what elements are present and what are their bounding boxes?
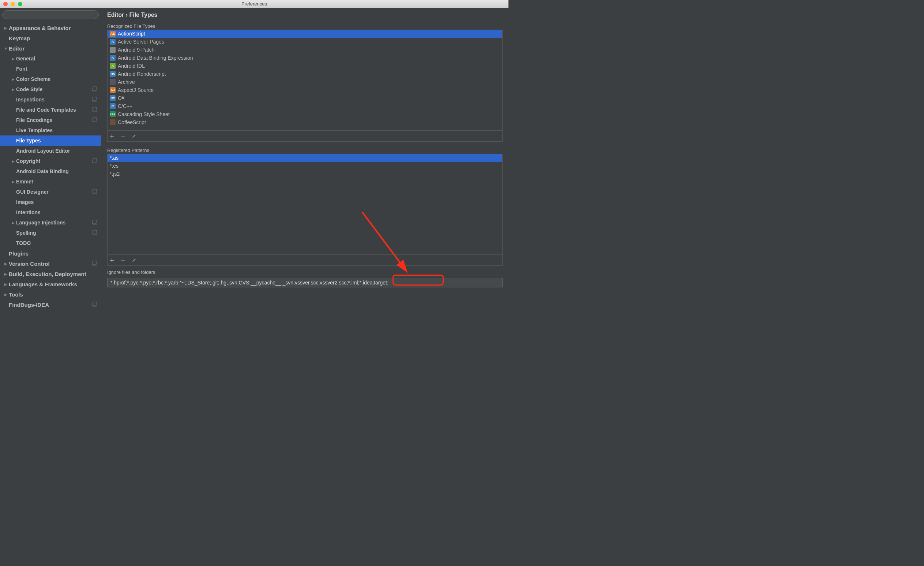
- edit-file-type-button[interactable]: [131, 133, 137, 139]
- project-scope-icon: [92, 86, 97, 93]
- sidebar-item-inspections[interactable]: ▶Inspections: [0, 95, 101, 105]
- file-type-row[interactable]: CoffeeScript: [108, 118, 502, 126]
- file-type-row[interactable]: CC/C++: [108, 102, 502, 110]
- tree-arrow-icon: ▼: [3, 47, 9, 51]
- sidebar-item-label: Tools: [9, 291, 97, 298]
- file-type-icon: [110, 119, 116, 125]
- search-input[interactable]: [2, 10, 99, 19]
- tree-arrow-icon: ▶: [10, 77, 16, 81]
- sidebar-item-copyright[interactable]: ▶Copyright: [0, 156, 101, 166]
- sidebar-item-images[interactable]: ▶Images: [0, 197, 101, 207]
- sidebar-item-label: File Types: [16, 138, 97, 143]
- sidebar-item-tools[interactable]: ▶Tools: [0, 289, 101, 300]
- file-type-label: C#: [118, 95, 124, 101]
- sidebar-item-plugins[interactable]: ▶Plugins: [0, 248, 101, 259]
- pattern-row[interactable]: *.js2: [108, 170, 502, 178]
- add-file-type-button[interactable]: [109, 133, 115, 139]
- tree-arrow-icon: ▶: [10, 221, 16, 225]
- sidebar-item-label: Emmet: [16, 179, 97, 185]
- sidebar-item-label: Android Layout Editor: [16, 148, 97, 154]
- file-type-row[interactable]: C#C#: [108, 94, 502, 102]
- file-type-label: ActionScript: [118, 31, 145, 37]
- file-type-row[interactable]: RsAndroid Renderscript: [108, 70, 502, 78]
- sidebar-item-label: Inspections: [16, 97, 92, 102]
- sidebar-item-label: Android Data Binding: [16, 169, 97, 174]
- sidebar-item-language-injections[interactable]: ▶Language Injections: [0, 217, 101, 228]
- tree-arrow-icon: ▶: [10, 57, 16, 61]
- pattern-label: *.js2: [110, 171, 120, 177]
- sidebar-item-label: Version Control: [9, 260, 92, 267]
- close-window-icon[interactable]: [3, 2, 8, 6]
- sidebar-item-android-layout-editor[interactable]: ▶Android Layout Editor: [0, 146, 101, 156]
- sidebar-item-label: GUI Designer: [16, 189, 92, 195]
- sidebar-item-label: Plugins: [9, 250, 97, 257]
- sidebar-item-file-types[interactable]: ▶File Types: [0, 135, 101, 146]
- project-scope-icon: [92, 97, 97, 103]
- zoom-window-icon[interactable]: [18, 2, 22, 6]
- sidebar-item-font[interactable]: ▶Font: [0, 64, 101, 74]
- ignore-files-input[interactable]: [107, 278, 502, 288]
- project-scope-icon: [92, 220, 97, 226]
- file-type-icon: [110, 47, 116, 53]
- pattern-row[interactable]: *.as: [108, 154, 502, 162]
- file-type-label: Android Data Binding Expression: [118, 55, 193, 61]
- file-type-icon: C: [110, 103, 116, 109]
- sidebar-item-label: Build, Execution, Deployment: [9, 271, 97, 277]
- file-type-row[interactable]: AActive Server Pages: [108, 38, 502, 46]
- sidebar-item-editor[interactable]: ▼Editor: [0, 43, 101, 53]
- sidebar-item-intentions[interactable]: ▶Intentions: [0, 207, 101, 217]
- sidebar-item-gui-designer[interactable]: ▶GUI Designer: [0, 187, 101, 197]
- file-type-row[interactable]: ASActionScript: [108, 30, 502, 38]
- sidebar-item-color-scheme[interactable]: ▶Color Scheme: [0, 74, 101, 84]
- sidebar-item-android-data-binding[interactable]: ▶Android Data Binding: [0, 166, 101, 176]
- project-scope-icon: [92, 158, 97, 164]
- add-pattern-button[interactable]: [109, 257, 115, 263]
- sidebar-item-appearance-behavior[interactable]: ▶Appearance & Behavior: [0, 23, 101, 33]
- sidebar-item-findbugs-idea[interactable]: ▶FindBugs-IDEA: [0, 300, 101, 310]
- sidebar-item-label: File and Code Templates: [16, 107, 92, 113]
- sidebar-item-emmet[interactable]: ▶Emmet: [0, 176, 101, 187]
- file-type-label: Android 9-Patch: [118, 47, 154, 53]
- file-type-row[interactable]: AJAspectJ Source: [108, 86, 502, 94]
- sidebar-item-general[interactable]: ▶General: [0, 53, 101, 64]
- ignore-files-label: Ignore files and folders: [107, 269, 156, 275]
- file-type-row[interactable]: Android 9-Patch: [108, 46, 502, 54]
- sidebar-item-todo[interactable]: ▶TODO: [0, 238, 101, 248]
- sidebar-item-code-style[interactable]: ▶Code Style: [0, 84, 101, 95]
- file-type-row[interactable]: AAndroid Data Binding Expression: [108, 54, 502, 62]
- file-types-list[interactable]: ASActionScriptAActive Server PagesAndroi…: [107, 30, 502, 131]
- sidebar-item-file-and-code-templates[interactable]: ▶File and Code Templates: [0, 105, 101, 115]
- file-types-toolbar: [107, 131, 502, 142]
- sidebar-item-build-execution-deployment[interactable]: ▶Build, Execution, Deployment: [0, 269, 101, 279]
- pattern-row[interactable]: *.es: [108, 162, 502, 170]
- tree-arrow-icon: ▶: [3, 262, 9, 266]
- sidebar-item-keymap[interactable]: ▶Keymap: [0, 33, 101, 43]
- sidebar-item-label: Appearance & Behavior: [9, 25, 97, 31]
- sidebar-item-spelling[interactable]: ▶Spelling: [0, 228, 101, 238]
- file-type-row[interactable]: AAndroid IDL: [108, 62, 502, 70]
- project-scope-icon: [92, 302, 97, 308]
- sidebar-item-file-encodings[interactable]: ▶File Encodings: [0, 115, 101, 125]
- sidebar-item-label: Language Injections: [16, 220, 92, 226]
- remove-file-type-button[interactable]: [120, 133, 126, 139]
- sidebar-item-live-templates[interactable]: ▶Live Templates: [0, 125, 101, 135]
- file-type-row[interactable]: cssCascading Style Sheet: [108, 110, 502, 118]
- file-type-icon: AS: [110, 31, 116, 37]
- remove-pattern-button[interactable]: [120, 257, 126, 263]
- sidebar-item-version-control[interactable]: ▶Version Control: [0, 259, 101, 269]
- sidebar-item-languages-frameworks[interactable]: ▶Languages & Frameworks: [0, 279, 101, 289]
- project-scope-icon: [92, 260, 97, 267]
- sidebar-item-label: FindBugs-IDEA: [9, 302, 92, 308]
- project-scope-icon: [92, 230, 97, 236]
- sidebar-item-label: Color Scheme: [16, 76, 97, 82]
- patterns-list[interactable]: *.as*.es*.js2: [107, 154, 502, 255]
- file-type-label: Archive: [118, 79, 135, 85]
- edit-pattern-button[interactable]: [131, 257, 137, 263]
- file-type-row[interactable]: Archive: [108, 78, 502, 86]
- tree-arrow-icon: ▶: [3, 26, 9, 30]
- file-type-label: Android Renderscript: [118, 71, 166, 77]
- preferences-sidebar: ▶Appearance & Behavior▶Keymap▼Editor▶Gen…: [0, 8, 101, 311]
- sidebar-item-label: Keymap: [9, 35, 97, 41]
- sidebar-item-label: Editor: [9, 45, 97, 52]
- minimize-window-icon[interactable]: [10, 2, 15, 6]
